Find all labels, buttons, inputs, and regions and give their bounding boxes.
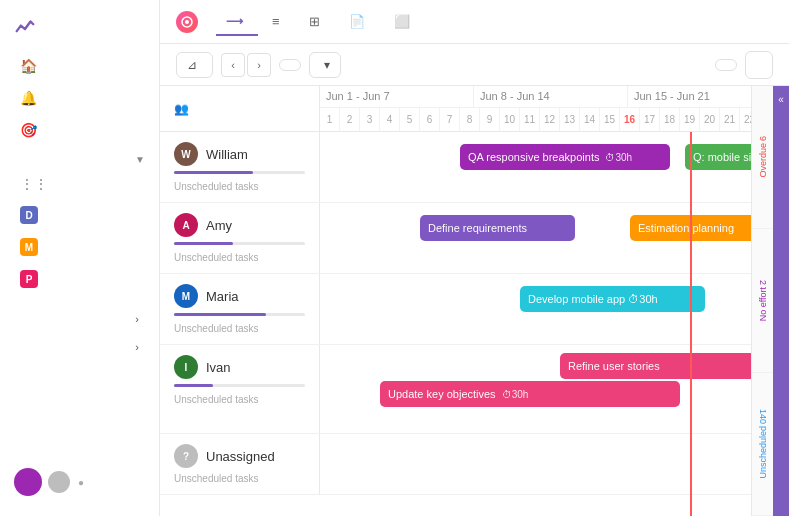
date-cell-1: 1 xyxy=(320,108,340,131)
date-header: Jun 1 - Jun 7 Jun 8 - Jun 14 Jun 15 - Ju… xyxy=(320,86,751,131)
team-avatar[interactable] xyxy=(48,471,70,493)
gantt-bar-develop-mobile-app-⏱30h[interactable]: Develop mobile app ⏱30h xyxy=(520,286,705,312)
sidebar-item-home[interactable]: 🏠 xyxy=(6,51,153,81)
gantt-bar-refine-user-stories[interactable]: Refine user stories xyxy=(560,353,751,379)
date-cell-5: 5 xyxy=(400,108,420,131)
date-cell-21: 21 xyxy=(720,108,740,131)
group-by-button[interactable] xyxy=(715,59,737,71)
board-icon: ⊞ xyxy=(309,14,320,29)
gantt-row-content-amy: Define requirementsEstimation planning xyxy=(320,203,751,273)
date-cell-18: 18 xyxy=(660,108,680,131)
gantt-row-william: WWilliamUnscheduled tasksQA responsive b… xyxy=(160,132,751,203)
gantt-row-label-william: WWilliamUnscheduled tasks xyxy=(160,132,320,202)
unscheduled-label[interactable]: 140 Unscheduled xyxy=(752,373,773,516)
more-options-button[interactable] xyxy=(745,51,773,79)
date-ranges-row: Jun 1 - Jun 7 Jun 8 - Jun 14 Jun 15 - Ju… xyxy=(320,86,751,108)
gantt-bar-update-key-objectives[interactable]: Update key objectives⏱30h xyxy=(380,381,680,407)
gantt-row-label-amy: AAmyUnscheduled tasks xyxy=(160,203,320,273)
week-selector-button[interactable]: ▾ xyxy=(309,52,341,78)
no-effort-label[interactable]: 2 No effort xyxy=(752,229,773,372)
toolbar: ⊿ ‹ › ▾ xyxy=(160,44,789,86)
gantt-bar-q:-mobile-signup...[interactable]: Q: mobile signup...✓ xyxy=(685,144,751,170)
assignee-avatar: A xyxy=(174,213,198,237)
overdue-label[interactable]: 9 Overdue xyxy=(752,86,773,229)
spaces-section: ▼ xyxy=(0,146,159,169)
date-cell-19: 19 xyxy=(680,108,700,131)
tab-whiteboard[interactable]: ⬜ xyxy=(384,8,425,35)
tab-doc[interactable]: 📄 xyxy=(339,8,380,35)
top-navigation: ⟶ ≡ ⊞ 📄 ⬜ xyxy=(160,0,789,44)
gantt-row-content-william: QA responsive breakpoints⏱30hQ: mobile s… xyxy=(320,132,751,202)
date-cell-10: 10 xyxy=(500,108,520,131)
gantt-bar-define-requirements[interactable]: Define requirements xyxy=(420,215,575,241)
date-cell-15: 15 xyxy=(600,108,620,131)
collapse-button[interactable]: « xyxy=(773,86,789,516)
gantt-row-content-unassigned xyxy=(320,434,751,494)
gantt-row-maria: MMariaUnscheduled tasksDevelop mobile ap… xyxy=(160,274,751,345)
progress-bar-bg xyxy=(174,171,305,174)
gantt-main: 👥 Jun 1 - Jun 7 Jun 8 - Jun 14 Jun 15 - … xyxy=(160,86,751,516)
gantt-row-label-unassigned: ?UnassignedUnscheduled tasks xyxy=(160,434,320,494)
filter-button[interactable]: ⊿ xyxy=(176,52,213,78)
date-cell-14: 14 xyxy=(580,108,600,131)
development-dot: D xyxy=(20,206,38,224)
tab-list[interactable]: ≡ xyxy=(262,8,295,35)
footer-expand-icon: ● xyxy=(78,477,84,488)
date-cell-20: 20 xyxy=(700,108,720,131)
gantt-row-ivan: IIvanUnscheduled tasksRefine user storie… xyxy=(160,345,751,434)
sidebar-item-docs[interactable]: › xyxy=(6,334,153,360)
date-cell-13: 13 xyxy=(560,108,580,131)
date-cell-8: 8 xyxy=(460,108,480,131)
unscheduled-text: Unscheduled tasks xyxy=(174,323,305,334)
date-nav-arrows: ‹ › xyxy=(221,53,271,77)
product-dot: P xyxy=(20,270,38,288)
gantt-bar-estimation-planning[interactable]: Estimation planning xyxy=(630,215,751,241)
grid-icon: ⋮⋮ xyxy=(20,176,48,192)
sidebar-item-everything[interactable]: ⋮⋮ xyxy=(6,170,153,198)
gantt-bar-qa-responsive-breakpoints[interactable]: QA responsive breakpoints⏱30h xyxy=(460,144,670,170)
sidebar-item-goals[interactable]: 🎯 xyxy=(6,115,153,145)
date-cell-17: 17 xyxy=(640,108,660,131)
bell-icon: 🔔 xyxy=(20,90,36,106)
date-cells-row: 1234567891011121314151617181920212223242… xyxy=(320,108,751,131)
sidebar: 🏠 🔔 🎯 ▼ ⋮⋮ D M P › › xyxy=(0,0,160,516)
gantt-row-label-ivan: IIvanUnscheduled tasks xyxy=(160,345,320,433)
tab-timeline[interactable]: ⟶ xyxy=(216,8,258,36)
sidebar-item-product[interactable]: P xyxy=(6,264,153,294)
timeline-icon: ⟶ xyxy=(226,14,243,28)
progress-bar-bg xyxy=(174,242,305,245)
today-button[interactable] xyxy=(279,59,301,71)
user-avatar[interactable] xyxy=(14,468,42,496)
tab-board[interactable]: ⊞ xyxy=(299,8,335,35)
sidebar-item-notifications[interactable]: 🔔 xyxy=(6,83,153,113)
prev-arrow-button[interactable]: ‹ xyxy=(221,53,245,77)
progress-bar-fill xyxy=(174,384,213,387)
filter-icon: ⊿ xyxy=(187,58,197,72)
bar-icon: ⏱30h xyxy=(605,152,632,163)
sidebar-item-marketing[interactable]: M xyxy=(6,232,153,262)
project-title xyxy=(176,11,204,33)
assignee-avatar: W xyxy=(174,142,198,166)
sidebar-item-development[interactable]: D xyxy=(6,200,153,230)
next-arrow-button[interactable]: › xyxy=(247,53,271,77)
sidebar-item-dashboards[interactable]: › xyxy=(6,306,153,332)
assignee-avatar: I xyxy=(174,355,198,379)
main-content: ⟶ ≡ ⊞ 📄 ⬜ ⊿ ‹ › xyxy=(160,0,789,516)
assignees-header: 👥 xyxy=(160,86,320,131)
gantt-row-amy: AAmyUnscheduled tasksDefine requirements… xyxy=(160,203,751,274)
progress-bar-fill xyxy=(174,171,253,174)
date-cell-9: 9 xyxy=(480,108,500,131)
date-cell-2: 2 xyxy=(340,108,360,131)
gantt-area: 👥 Jun 1 - Jun 7 Jun 8 - Jun 14 Jun 15 - … xyxy=(160,86,789,516)
bar-icon: ⏱30h xyxy=(502,389,529,400)
date-cell-16: 16 xyxy=(620,108,640,131)
docs-chevron-icon: › xyxy=(135,341,139,353)
date-cell-12: 12 xyxy=(540,108,560,131)
toolbar-right xyxy=(715,51,773,79)
home-icon: 🏠 xyxy=(20,58,36,74)
date-range-1: Jun 1 - Jun 7 xyxy=(320,86,474,107)
logo xyxy=(0,10,159,50)
right-side-labels: 9 Overdue 2 No effort 140 Unscheduled xyxy=(751,86,773,516)
date-cell-3: 3 xyxy=(360,108,380,131)
date-range-2: Jun 8 - Jun 14 xyxy=(474,86,628,107)
